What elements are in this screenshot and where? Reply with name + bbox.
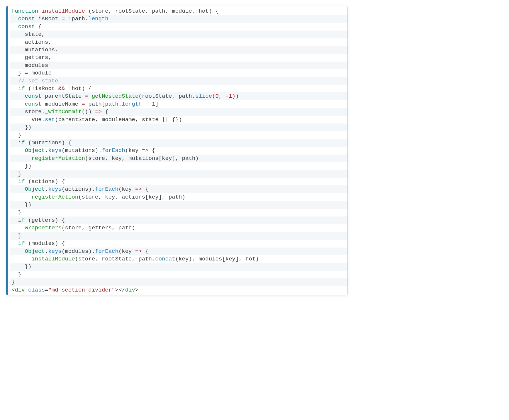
code-token: registerAction xyxy=(31,194,78,200)
code-token: (mutations). xyxy=(62,147,102,154)
code-token xyxy=(11,178,18,185)
code-line: const parentState = getNestedState(rootS… xyxy=(10,92,347,100)
code-token: (key xyxy=(118,248,135,255)
code-line: Object.keys(actions).forEach(key => { xyxy=(10,185,347,193)
code-token: - xyxy=(145,101,148,107)
code-token: function xyxy=(11,8,38,14)
code-line: } xyxy=(10,209,347,216)
code-token: {}) xyxy=(169,116,182,123)
code-line: if (actions) { xyxy=(10,178,347,185)
code-line: if (mutations) { xyxy=(10,139,347,147)
code-line: installModule(store, rootState, path.con… xyxy=(10,255,347,263)
code-line: // set state xyxy=(10,77,347,85)
code-token: path[path. xyxy=(85,101,122,107)
code-token: }) xyxy=(11,124,31,131)
code-token xyxy=(11,186,25,192)
code-token: ] xyxy=(155,101,158,107)
code-token: isRoot xyxy=(35,16,62,22)
code-token: > xyxy=(135,287,138,293)
code-token: (key), modules[key], hot) xyxy=(175,256,259,262)
code-line: function installModule (store, rootState… xyxy=(10,7,347,15)
code-token xyxy=(11,23,18,30)
code-token xyxy=(11,248,25,255)
code-token: (store, rootState, path, module, hot) { xyxy=(85,8,219,14)
code-token xyxy=(11,240,18,247)
code-token: && xyxy=(58,85,65,92)
code-token: installModule xyxy=(42,8,85,14)
code-token: } xyxy=(11,271,21,278)
code-token: isRoot xyxy=(35,85,58,92)
code-token: getNestedState xyxy=(92,93,139,99)
code-token: . xyxy=(45,147,48,154)
code-token xyxy=(11,140,18,146)
code-token: keys xyxy=(48,147,62,154)
code-token xyxy=(11,93,25,99)
code-token: concat xyxy=(155,256,175,262)
code-line: modules xyxy=(10,62,347,69)
code-line: actions, xyxy=(10,38,347,46)
code-token xyxy=(149,101,152,107)
code-token: 0 xyxy=(216,93,219,99)
code-token: actions, xyxy=(11,39,52,45)
code-token xyxy=(65,85,68,92)
code-token: || xyxy=(162,116,169,123)
code-token: = xyxy=(85,93,88,99)
code-token: = xyxy=(25,70,28,76)
code-token: getters, xyxy=(11,54,52,61)
code-token: forEach xyxy=(102,147,125,154)
code-token: (() xyxy=(82,109,95,115)
code-token: // set state xyxy=(18,78,58,84)
code-token: Object xyxy=(25,248,45,255)
code-token: if xyxy=(18,140,25,146)
code-token: (key xyxy=(125,147,142,154)
code-token: forEach xyxy=(95,248,118,255)
code-token: ! xyxy=(68,85,72,92)
code-token: const xyxy=(25,93,42,99)
code-line: registerAction(store, key, actions[key],… xyxy=(10,193,347,201)
code-line: } xyxy=(10,131,347,139)
code-token: Object xyxy=(25,147,45,154)
code-token: = xyxy=(62,16,65,22)
code-line: getters, xyxy=(10,54,347,61)
code-token: div xyxy=(125,287,135,293)
code-token: (modules). xyxy=(62,248,95,255)
code-token: (getters) { xyxy=(25,217,65,223)
code-token: length xyxy=(88,16,108,22)
code-token xyxy=(25,287,28,293)
code-line: if (getters) { xyxy=(10,216,347,224)
code-line: } xyxy=(10,170,347,178)
code-line: const { xyxy=(10,23,347,31)
code-token: (key xyxy=(118,186,135,192)
code-token: (actions) { xyxy=(25,178,65,185)
code-token: { xyxy=(142,248,149,255)
code-token: forEach xyxy=(95,186,118,192)
code-token: modules xyxy=(11,62,48,69)
code-token xyxy=(11,194,31,200)
code-line: <div class="md-section-divider"></div> xyxy=(10,286,347,294)
code-token xyxy=(11,16,18,22)
code-token xyxy=(88,93,91,99)
code-token xyxy=(11,78,18,84)
code-token: (rootState, path. xyxy=(138,93,195,99)
code-token: keys xyxy=(48,186,62,192)
code-token: }) xyxy=(11,263,31,270)
code-line: } xyxy=(10,232,347,240)
code-token: Vue. xyxy=(11,116,45,123)
code-token: module xyxy=(28,70,52,76)
code-token: if xyxy=(18,240,25,247)
code-token: { xyxy=(102,109,108,115)
code-token: } xyxy=(11,70,25,76)
code-token: parentState xyxy=(42,93,85,99)
code-token: keys xyxy=(48,248,62,255)
code-line: }) xyxy=(10,123,347,131)
code-token: (modules) { xyxy=(25,240,65,247)
code-token: slice xyxy=(195,93,212,99)
code-token: path. xyxy=(72,16,88,22)
code-token: registerMutation xyxy=(31,155,85,162)
code-line: const isRoot = !path.length xyxy=(10,15,347,23)
code-token: . xyxy=(45,248,48,255)
code-line: Object.keys(mutations).forEach(key => { xyxy=(10,147,347,154)
code-line: if (modules) { xyxy=(10,240,347,247)
code-token: const xyxy=(18,16,35,22)
code-token: length xyxy=(122,101,142,107)
